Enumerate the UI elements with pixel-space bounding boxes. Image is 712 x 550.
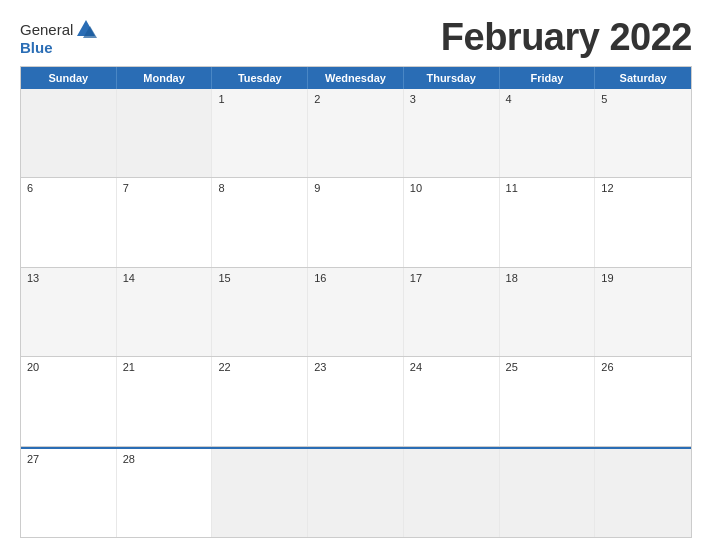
col-friday: Friday — [500, 67, 596, 89]
calendar-week-2: 6789101112 — [21, 178, 691, 267]
calendar-grid: Sunday Monday Tuesday Wednesday Thursday… — [20, 66, 692, 538]
day-number: 28 — [123, 453, 206, 465]
calendar-day-cell[interactable]: 5 — [595, 89, 691, 177]
day-number: 12 — [601, 182, 685, 194]
logo-blue-text: Blue — [20, 40, 97, 55]
day-number: 11 — [506, 182, 589, 194]
calendar-week-4: 20212223242526 — [21, 357, 691, 446]
calendar-header: Sunday Monday Tuesday Wednesday Thursday… — [21, 67, 691, 89]
calendar-day-cell[interactable]: 15 — [212, 268, 308, 356]
calendar-day-cell[interactable] — [500, 449, 596, 537]
calendar-week-1: 12345 — [21, 89, 691, 178]
calendar-day-cell[interactable]: 24 — [404, 357, 500, 445]
day-number: 7 — [123, 182, 206, 194]
calendar-day-cell[interactable]: 13 — [21, 268, 117, 356]
calendar-day-cell[interactable]: 4 — [500, 89, 596, 177]
calendar-day-cell[interactable]: 14 — [117, 268, 213, 356]
day-number: 13 — [27, 272, 110, 284]
calendar-day-cell[interactable]: 28 — [117, 449, 213, 537]
calendar-day-cell[interactable]: 1 — [212, 89, 308, 177]
calendar-day-cell[interactable]: 9 — [308, 178, 404, 266]
calendar-day-cell[interactable]: 23 — [308, 357, 404, 445]
calendar-day-cell[interactable]: 16 — [308, 268, 404, 356]
calendar-day-cell[interactable]: 12 — [595, 178, 691, 266]
calendar-day-cell[interactable] — [595, 449, 691, 537]
day-number: 21 — [123, 361, 206, 373]
calendar-day-cell[interactable]: 11 — [500, 178, 596, 266]
calendar-day-cell[interactable] — [117, 89, 213, 177]
day-number: 26 — [601, 361, 685, 373]
logo-icon — [75, 18, 97, 40]
calendar-day-cell[interactable]: 18 — [500, 268, 596, 356]
calendar-day-cell[interactable]: 17 — [404, 268, 500, 356]
calendar-day-cell[interactable]: 2 — [308, 89, 404, 177]
day-number: 8 — [218, 182, 301, 194]
calendar-day-cell[interactable]: 8 — [212, 178, 308, 266]
calendar-day-cell[interactable]: 6 — [21, 178, 117, 266]
calendar-day-cell[interactable]: 3 — [404, 89, 500, 177]
calendar-body: 1234567891011121314151617181920212223242… — [21, 89, 691, 537]
calendar-day-cell[interactable] — [212, 449, 308, 537]
day-number: 5 — [601, 93, 685, 105]
calendar-week-3: 13141516171819 — [21, 268, 691, 357]
calendar-day-cell[interactable]: 20 — [21, 357, 117, 445]
day-number: 17 — [410, 272, 493, 284]
day-number: 25 — [506, 361, 589, 373]
col-sunday: Sunday — [21, 67, 117, 89]
calendar-day-cell[interactable]: 7 — [117, 178, 213, 266]
day-number: 9 — [314, 182, 397, 194]
logo: General Blue — [20, 18, 97, 55]
day-number: 18 — [506, 272, 589, 284]
col-saturday: Saturday — [595, 67, 691, 89]
day-number: 20 — [27, 361, 110, 373]
col-wednesday: Wednesday — [308, 67, 404, 89]
calendar-week-5: 2728 — [21, 447, 691, 537]
calendar-day-cell[interactable] — [21, 89, 117, 177]
calendar-day-cell[interactable]: 22 — [212, 357, 308, 445]
page-header: General Blue February 2022 — [20, 18, 692, 56]
col-tuesday: Tuesday — [212, 67, 308, 89]
day-number: 3 — [410, 93, 493, 105]
calendar-day-cell[interactable] — [308, 449, 404, 537]
day-number: 14 — [123, 272, 206, 284]
calendar-day-cell[interactable]: 27 — [21, 449, 117, 537]
calendar-day-cell[interactable]: 26 — [595, 357, 691, 445]
day-number: 15 — [218, 272, 301, 284]
day-number: 23 — [314, 361, 397, 373]
day-number: 4 — [506, 93, 589, 105]
day-number: 2 — [314, 93, 397, 105]
day-number: 24 — [410, 361, 493, 373]
month-title: February 2022 — [441, 18, 692, 56]
calendar-day-cell[interactable]: 25 — [500, 357, 596, 445]
calendar-page: General Blue February 2022 Sunday Monday… — [0, 0, 712, 550]
day-number: 16 — [314, 272, 397, 284]
calendar-day-cell[interactable]: 21 — [117, 357, 213, 445]
calendar-day-cell[interactable]: 10 — [404, 178, 500, 266]
day-number: 6 — [27, 182, 110, 194]
day-number: 27 — [27, 453, 110, 465]
day-number: 19 — [601, 272, 685, 284]
col-monday: Monday — [117, 67, 213, 89]
calendar-day-cell[interactable] — [404, 449, 500, 537]
calendar-day-cell[interactable]: 19 — [595, 268, 691, 356]
day-number: 22 — [218, 361, 301, 373]
day-number: 10 — [410, 182, 493, 194]
logo-general-text: General — [20, 22, 73, 37]
day-number: 1 — [218, 93, 301, 105]
col-thursday: Thursday — [404, 67, 500, 89]
